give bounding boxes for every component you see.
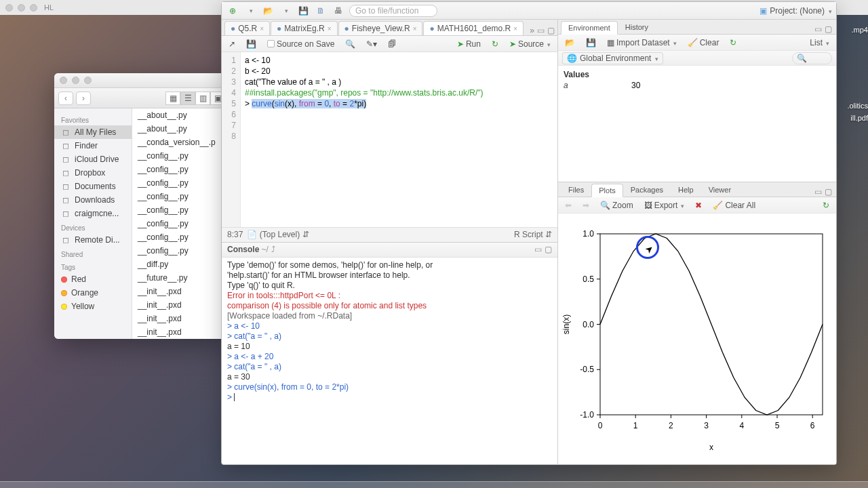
back-button[interactable]: ‹: [58, 92, 73, 105]
remove-plot-button[interactable]: ✖: [692, 199, 705, 211]
file-row[interactable]: __config__.py: [132, 190, 229, 203]
save-all-button[interactable]: 🗎: [314, 5, 328, 17]
finder-titlebar[interactable]: [54, 73, 229, 88]
sidebar-item[interactable]: ◻Finder: [54, 139, 132, 152]
find-button[interactable]: 🔍: [342, 38, 358, 50]
tab-environment[interactable]: Environment: [561, 21, 618, 35]
desktop-file[interactable]: ill.pdf: [850, 114, 868, 122]
tab-packages[interactable]: Packages: [623, 183, 671, 197]
maximize-pane-button[interactable]: ▢: [825, 187, 832, 197]
code-editor[interactable]: 12345678 a <- 10b <- 20cat("The value of…: [222, 52, 557, 227]
minimize-dot[interactable]: [18, 4, 25, 12]
refresh-plot-button[interactable]: ↻: [820, 199, 832, 211]
sidebar-item[interactable]: ◻craigmcne...: [54, 207, 132, 220]
close-dot[interactable]: [60, 77, 67, 84]
new-file-button[interactable]: ⊕: [226, 5, 239, 17]
sidebar-item[interactable]: Red: [54, 272, 132, 286]
compile-report-button[interactable]: 🗐: [385, 38, 399, 50]
source-tab[interactable]: ●MATH1601_demo.R×: [423, 21, 524, 35]
save-workspace-button[interactable]: 💾: [583, 37, 599, 49]
file-row[interactable]: __about__.py: [132, 108, 229, 122]
refresh-env-button[interactable]: ↻: [727, 37, 739, 49]
code-lines[interactable]: a <- 10b <- 20cat("The value of a = " , …: [241, 52, 488, 227]
file-row[interactable]: __init__.pxd: [132, 298, 229, 312]
load-workspace-button[interactable]: 📂: [562, 37, 578, 49]
env-scope-select[interactable]: 🌐 Global Environment: [562, 52, 663, 64]
source-tab[interactable]: ●Q5.R×: [224, 21, 270, 35]
export-plot-button[interactable]: 🖼 Export: [642, 199, 688, 211]
import-dataset-button[interactable]: ▦ Import Dataset: [604, 37, 679, 49]
maximize-pane-button[interactable]: ▢: [825, 24, 832, 34]
file-row[interactable]: __config__.py: [132, 217, 229, 230]
file-row[interactable]: __conda_version__.p: [132, 136, 229, 149]
sidebar-item[interactable]: ◻iCloud Drive: [54, 152, 132, 166]
env-search-input[interactable]: 🔍: [792, 52, 832, 64]
scope-chip[interactable]: 📄 (Top Level) ⇵: [247, 230, 309, 239]
open-file-button[interactable]: 📂: [261, 5, 275, 17]
source-button[interactable]: ➤ Source: [507, 38, 553, 50]
file-row[interactable]: __diff.py: [132, 258, 229, 271]
tab-files[interactable]: Files: [561, 183, 591, 197]
file-row[interactable]: __future__.py: [132, 271, 229, 285]
minimize-pane-button[interactable]: ▭: [814, 24, 822, 34]
sidebar-item[interactable]: Yellow: [54, 300, 132, 313]
dock[interactable]: [0, 481, 868, 488]
close-tab-icon[interactable]: ×: [413, 25, 417, 33]
close-tab-icon[interactable]: ×: [260, 25, 264, 33]
run-button[interactable]: ➤ Run: [454, 38, 484, 50]
zoom-plot-button[interactable]: 🔍 Zoom: [597, 199, 636, 211]
rerun-button[interactable]: ↻: [489, 38, 501, 50]
maximize-pane-button[interactable]: ▢: [547, 26, 555, 35]
zoom-dot[interactable]: [84, 77, 92, 84]
env-row[interactable]: a 30: [564, 81, 831, 90]
print-button[interactable]: 🖶: [332, 5, 345, 17]
file-row[interactable]: __init__.pxd: [132, 285, 229, 298]
save-button[interactable]: 💾: [243, 38, 259, 50]
tab-viewer[interactable]: Viewer: [701, 183, 738, 197]
clear-all-plots-button[interactable]: 🧹 Clear All: [710, 199, 758, 211]
file-row[interactable]: __config__.py: [132, 230, 229, 244]
minimize-pane-button[interactable]: ▭: [534, 245, 542, 254]
file-row[interactable]: __init__.pxd: [132, 312, 229, 325]
sidebar-item[interactable]: ◻Documents: [54, 180, 132, 193]
language-indicator[interactable]: R Script ⇵: [514, 230, 552, 239]
minimize-pane-button[interactable]: ▭: [537, 26, 545, 35]
prev-plot-button[interactable]: ⬅: [562, 199, 574, 211]
tabs-overflow-button[interactable]: »: [530, 26, 534, 35]
console-path-icon[interactable]: ⤴: [271, 245, 275, 254]
column-view-button[interactable]: ▥: [195, 92, 210, 105]
desktop-file[interactable]: .mp4: [852, 26, 868, 34]
recent-files-menu[interactable]: [279, 5, 292, 17]
console-output[interactable]: Type 'demo()' for some demos, 'help()' f…: [222, 258, 557, 465]
env-view-mode[interactable]: List: [807, 37, 832, 49]
minimize-pane-button[interactable]: ▭: [814, 187, 822, 197]
zoom-dot[interactable]: [30, 4, 37, 12]
sidebar-item[interactable]: ◻Downloads: [54, 193, 132, 207]
sidebar-item[interactable]: ◻All My Files: [54, 125, 132, 139]
file-row[interactable]: __config__.py: [132, 163, 229, 176]
clear-env-button[interactable]: 🧹 Clear: [685, 37, 722, 49]
close-tab-icon[interactable]: ×: [513, 25, 517, 33]
file-row[interactable]: __init__.pxd: [132, 325, 229, 339]
project-menu[interactable]: ▣ Project: (None): [760, 6, 832, 16]
source-tab[interactable]: ●MatrixEg.R×: [271, 21, 337, 35]
forward-button[interactable]: ›: [76, 92, 91, 105]
finder-file-list[interactable]: __about__.py__about__.py__conda_version_…: [132, 108, 229, 339]
wand-button[interactable]: ✎▾: [363, 38, 380, 50]
goto-file-input[interactable]: Go to file/function: [349, 5, 437, 17]
minimize-dot[interactable]: [72, 77, 79, 84]
desktop-file[interactable]: .olitics: [847, 102, 868, 110]
maximize-pane-button[interactable]: ▢: [545, 245, 552, 254]
new-file-menu[interactable]: [243, 5, 257, 17]
next-plot-button[interactable]: ➡: [580, 199, 592, 211]
save-button[interactable]: 💾: [296, 5, 310, 17]
sidebar-item[interactable]: Orange: [54, 286, 132, 300]
file-row[interactable]: __about__.py: [132, 122, 229, 136]
sidebar-item[interactable]: ◻Dropbox: [54, 166, 132, 180]
icon-view-button[interactable]: ▦: [165, 92, 180, 105]
source-tab[interactable]: ●Fisheye_View.R×: [338, 21, 423, 35]
popout-button[interactable]: ↗: [226, 38, 238, 50]
file-row[interactable]: __config__.py: [132, 176, 229, 190]
source-on-save-toggle[interactable]: Source on Save: [264, 38, 337, 50]
close-dot[interactable]: [5, 4, 13, 12]
